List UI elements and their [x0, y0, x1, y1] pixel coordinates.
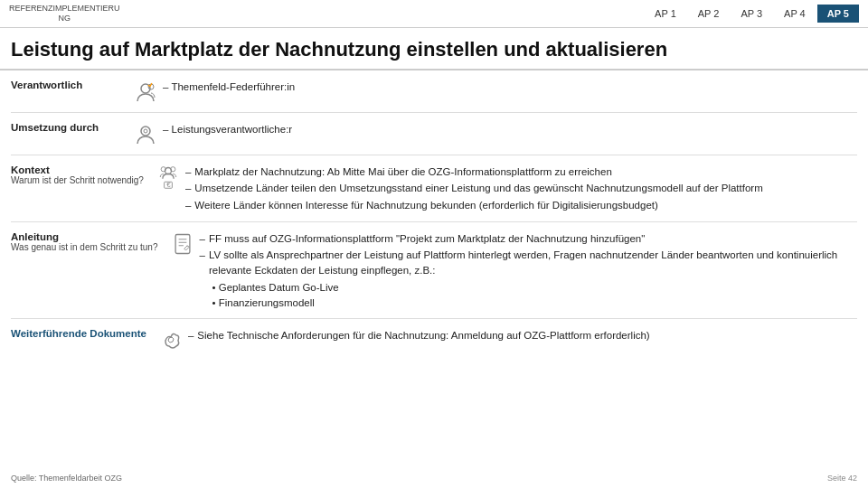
row-verantwortlich: Verantwortlich – Themenfeld-Federführer:…	[11, 70, 857, 113]
kontext-label: Kontext Warum ist der Schritt notwendig?	[11, 163, 151, 185]
nav-ap2[interactable]: AP 2	[688, 5, 730, 23]
brand: REFERENZIMPLEMENTIERU NG	[9, 4, 120, 23]
row-weiter: Weiterführende Dokumente Siehe Technisch…	[11, 319, 857, 361]
kontext-point-1: Markplatz der Nachnutzung: Ab Mitte Mai …	[185, 164, 857, 180]
verantwortlich-label: Verantwortlich	[11, 78, 128, 90]
svg-rect-9	[175, 234, 190, 253]
umsetzung-icon	[128, 120, 163, 147]
weiter-point-1: Siehe Technische Anforderungen für die N…	[188, 328, 857, 343]
ap-navigation: AP 1 AP 2 AP 3 AP 4 AP 5	[645, 5, 859, 23]
anleitung-content: FF muss auf OZG-Informationsplattform "P…	[200, 230, 858, 311]
row-umsetzung: Umsetzung durch – Leistungsverantwortlic…	[11, 113, 857, 155]
nav-ap5[interactable]: AP 5	[817, 5, 859, 23]
row-anleitung: Anleitung Was genau ist in dem Schritt z…	[11, 222, 857, 319]
nav-ap3[interactable]: AP 3	[731, 5, 772, 23]
kontext-icon: €	[151, 163, 185, 190]
svg-point-3	[144, 129, 147, 133]
weiter-content: Siehe Technische Anforderungen für die N…	[188, 326, 857, 344]
row-kontext: Kontext Warum ist der Schritt notwendig?…	[11, 155, 857, 222]
verantwortlich-content: – Themenfeld-Federführer:in	[163, 78, 857, 95]
footer-source: Quelle: Themenfeldarbeit OZG	[11, 474, 122, 483]
umsetzung-label: Umsetzung durch	[11, 120, 128, 133]
footer-page: Seite 42	[827, 474, 857, 483]
anleitung-label: Anleitung Was genau ist in dem Schritt z…	[11, 230, 165, 252]
nav-ap1[interactable]: AP 1	[645, 5, 686, 23]
kontext-point-3: Weitere Länder können Interesse für Nach…	[185, 198, 857, 213]
umsetzung-content: – Leistungsverantwortliche:r	[163, 120, 857, 137]
nav-ap4[interactable]: AP 4	[774, 5, 816, 23]
kontext-point-2: Umsetzende Länder teilen den Umsetzungss…	[185, 181, 857, 196]
kontext-content: Markplatz der Nachnutzung: Ab Mitte Mai …	[185, 163, 857, 214]
page-title: Leistung auf Marktplatz der Nachnutzung …	[0, 28, 868, 71]
weiter-icon	[154, 326, 188, 353]
anleitung-sublabel: Was genau ist in dem Schritt zu tun?	[11, 242, 158, 252]
anleitung-point-2: LV sollte als Ansprechpartner der Leistu…	[200, 248, 858, 279]
svg-point-2	[141, 127, 150, 136]
anleitung-icon	[165, 230, 200, 257]
kontext-sublabel: Warum ist der Schritt notwendig?	[11, 175, 144, 185]
anleitung-point-1: FF muss auf OZG-Informationsplattform "P…	[200, 231, 858, 247]
weiter-label: Weiterführende Dokumente	[11, 326, 154, 339]
verantwortlich-icon	[128, 78, 163, 105]
top-bar: REFERENZIMPLEMENTIERU NG AP 1 AP 2 AP 3 …	[0, 0, 868, 28]
main-content: Verantwortlich – Themenfeld-Federführer:…	[0, 70, 868, 361]
anleitung-bullet-1: • Geplantes Datum Go-Live	[212, 280, 858, 296]
anleitung-bullet-2: • Finanzierungsmodell	[212, 296, 858, 311]
